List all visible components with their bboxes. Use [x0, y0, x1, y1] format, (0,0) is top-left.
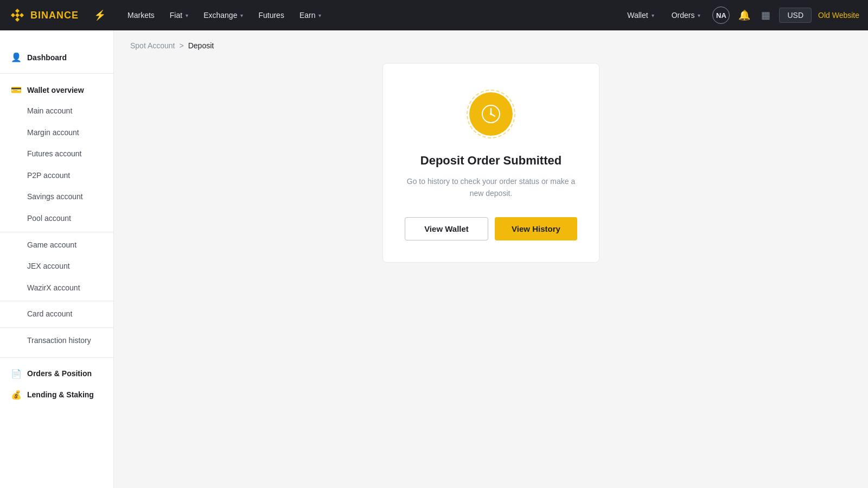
sidebar-sub-margin-account[interactable]: Margin account: [0, 122, 113, 144]
sidebar-divider-3: [0, 327, 113, 328]
sidebar-sub-card-account[interactable]: Card account: [0, 303, 113, 325]
dashboard-icon: 👤: [11, 52, 22, 62]
chevron-down-icon: ▾: [240, 12, 243, 18]
topnav: BINANCE ⚡ Markets Fiat ▾ Exchange ▾ Futu…: [0, 0, 868, 30]
wallet-icon: 💳: [11, 85, 22, 95]
sidebar-divider-2: [0, 301, 113, 301]
sidebar-item-dashboard[interactable]: 👤 Dashboard: [0, 47, 113, 68]
logo-text: BINANCE: [30, 10, 79, 21]
sidebar-section-wallet: 💳 Wallet overview Main account Margin ac…: [0, 73, 113, 357]
svg-marker-0: [15, 9, 20, 13]
chevron-down-icon: ▾: [318, 12, 321, 18]
old-website-link[interactable]: Old Website: [818, 11, 859, 20]
topnav-nav: Markets Fiat ▾ Exchange ▾ Futures Earn ▾: [121, 7, 609, 24]
nav-futures[interactable]: Futures: [252, 7, 290, 24]
nav-wallet[interactable]: Wallet ▾: [622, 8, 659, 23]
currency-button[interactable]: USD: [779, 8, 812, 23]
sidebar-sub-p2p-account[interactable]: P2P account: [0, 165, 113, 187]
breadcrumb-current: Deposit: [188, 41, 214, 50]
sidebar-section-dashboard: 👤 Dashboard: [0, 41, 113, 73]
sidebar-sub-wazirx-account[interactable]: WazirX account: [0, 277, 113, 299]
notification-icon[interactable]: 🔔: [736, 7, 752, 23]
sidebar-sub-savings-account[interactable]: Savings account: [0, 186, 113, 208]
sidebar-item-lending-staking[interactable]: 💰 Lending & Staking: [0, 384, 113, 405]
sidebar-sub-game-account[interactable]: Game account: [0, 235, 113, 256]
deposit-success-card: Deposit Order Submitted Go to history to…: [382, 63, 599, 263]
svg-marker-2: [20, 13, 24, 17]
breadcrumb-parent[interactable]: Spot Account: [130, 41, 175, 50]
clock-icon-wrapper: [467, 90, 515, 138]
chevron-down-icon: ▾: [652, 12, 654, 18]
card-buttons: View Wallet View History: [405, 217, 577, 240]
sidebar-sub-pool-account[interactable]: Pool account: [0, 208, 113, 230]
layout: 👤 Dashboard 💳 Wallet overview Main accou…: [0, 30, 868, 488]
sidebar-divider: [0, 232, 113, 232]
breadcrumb-separator: >: [180, 41, 184, 50]
clock-icon: [481, 104, 501, 124]
nav-earn[interactable]: Earn ▾: [293, 7, 328, 24]
sidebar-sub-jex-account[interactable]: JEX account: [0, 256, 113, 277]
lending-icon: 💰: [11, 390, 22, 400]
sidebar-item-wallet-overview[interactable]: 💳 Wallet overview: [0, 79, 113, 100]
sidebar-section-orders: 📄 Orders & Position 💰 Lending & Staking: [0, 357, 113, 411]
logo[interactable]: BINANCE: [9, 7, 79, 24]
orders-icon: 📄: [11, 369, 22, 379]
user-avatar[interactable]: NA: [712, 7, 730, 24]
svg-marker-1: [11, 13, 15, 17]
chevron-down-icon: ▾: [698, 12, 700, 18]
svg-marker-3: [15, 13, 20, 17]
grid-icon[interactable]: ⚡: [92, 7, 108, 23]
qr-icon[interactable]: ▦: [759, 7, 773, 23]
nav-exchange[interactable]: Exchange ▾: [197, 7, 250, 24]
sidebar: 👤 Dashboard 💳 Wallet overview Main accou…: [0, 30, 114, 488]
nav-markets[interactable]: Markets: [121, 7, 161, 24]
chevron-down-icon: ▾: [186, 12, 188, 18]
nav-fiat[interactable]: Fiat ▾: [163, 7, 195, 24]
svg-point-8: [490, 113, 492, 115]
clock-icon-bg: [469, 92, 513, 136]
view-history-button[interactable]: View History: [495, 217, 577, 240]
sidebar-sub-transaction-history[interactable]: Transaction history: [0, 330, 113, 352]
view-wallet-button[interactable]: View Wallet: [405, 217, 488, 240]
card-description: Go to history to check your order status…: [405, 175, 577, 200]
breadcrumb: Spot Account > Deposit: [130, 41, 852, 50]
sidebar-sub-futures-account[interactable]: Futures account: [0, 143, 113, 165]
sidebar-sub-main-account[interactable]: Main account: [0, 100, 113, 122]
svg-marker-4: [15, 17, 20, 22]
topnav-right: Wallet ▾ Orders ▾ NA 🔔 ▦ USD Old Website: [622, 7, 859, 24]
card-title: Deposit Order Submitted: [405, 154, 577, 168]
main-content: Spot Account > Deposit Deposit Order Sub…: [114, 30, 868, 488]
nav-orders[interactable]: Orders ▾: [666, 8, 706, 23]
sidebar-item-orders-position[interactable]: 📄 Orders & Position: [0, 363, 113, 384]
